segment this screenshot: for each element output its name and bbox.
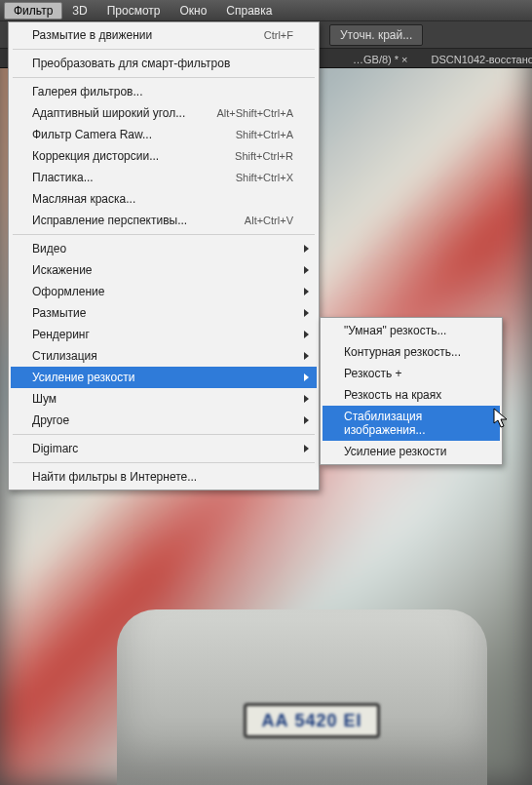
menu-item-label: Адаптивный широкий угол... [32, 106, 185, 120]
submenu-item-label: Усиление резкости [344, 445, 446, 458]
filter-menu-dropdown[interactable]: Размытие в движенииCtrl+FПреобразовать д… [8, 21, 320, 491]
menu-item-label: Фильтр Camera Raw... [32, 128, 152, 141]
menu-item[interactable]: Рендеринг [11, 324, 317, 345]
menu-item-label: Коррекция дисторсии... [32, 149, 159, 163]
menu-item[interactable]: Искажение [11, 259, 317, 281]
menu-item-label: Преобразовать для смарт-фильтров [32, 57, 230, 70]
submenu-item-label: Стабилизация изображения... [344, 410, 476, 437]
submenu-item[interactable]: Резкость + [323, 363, 500, 384]
chevron-right-icon [304, 245, 309, 253]
menu-separator [13, 234, 315, 235]
document-tab[interactable]: DSCN1042-восстановлено… [424, 52, 532, 67]
menu-item-label: Пластика... [32, 171, 94, 184]
menu-item-label: Оформление [32, 285, 104, 298]
menu-item-shortcut: Ctrl+F [264, 29, 293, 41]
menu-item[interactable]: Размытие в движенииCtrl+F [11, 24, 317, 46]
menu-item[interactable]: Оформление [11, 281, 317, 302]
menu-item-label: Другое [32, 413, 69, 427]
chevron-right-icon [304, 352, 309, 360]
menu-separator [13, 462, 315, 463]
car-body [117, 609, 487, 785]
menu-item[interactable]: Масляная краска... [11, 188, 317, 210]
refine-edge-button[interactable]: Уточн. край... [329, 24, 423, 46]
menu-item-shortcut: Shift+Ctrl+A [236, 129, 293, 140]
menu-item-label: Найти фильтры в Интернете... [32, 470, 197, 484]
menu-item[interactable]: Адаптивный широкий угол...Alt+Shift+Ctrl… [11, 102, 317, 124]
submenu-item[interactable]: Усиление резкости [323, 441, 500, 462]
submenu-item[interactable]: Стабилизация изображения... [323, 406, 500, 441]
menu-item-label: Рендеринг [32, 328, 90, 341]
submenu-item[interactable]: Резкость на краях [323, 384, 500, 406]
menu-item-label: Размытие в движении [32, 28, 152, 42]
menubar-item-справка[interactable]: Справка [216, 2, 282, 20]
submenu-item-label: "Умная" резкость... [344, 324, 446, 337]
menu-item-label: Усиление резкости [32, 371, 134, 384]
chevron-right-icon [304, 288, 309, 295]
menu-item[interactable]: Найти фильтры в Интернете... [11, 466, 317, 488]
license-plate: АА 5420 ЕІ [244, 703, 380, 738]
menu-item-shortcut: Shift+Ctrl+X [236, 172, 293, 183]
chevron-right-icon [304, 331, 309, 338]
chevron-right-icon [304, 309, 309, 317]
menu-item[interactable]: Размытие [11, 302, 317, 324]
chevron-right-icon [304, 445, 309, 452]
menu-item[interactable]: Шум [11, 388, 317, 410]
menubar-item-3d[interactable]: 3D [62, 2, 96, 20]
menubar-item-фильтр[interactable]: Фильтр [4, 2, 62, 20]
menu-item-label: Масляная краска... [32, 192, 135, 206]
menu-item-label: Размытие [32, 306, 86, 320]
menu-item-label: Видео [32, 242, 66, 255]
menubar-item-окно[interactable]: Окно [170, 2, 216, 20]
menu-item[interactable]: Видео [11, 238, 317, 259]
submenu-item[interactable]: "Умная" резкость... [323, 320, 500, 341]
menu-item-label: Шум [32, 392, 57, 406]
menu-separator [13, 49, 315, 50]
menu-item[interactable]: Стилизация [11, 345, 317, 367]
menu-item[interactable]: Исправление перспективы...Alt+Ctrl+V [11, 210, 317, 231]
sharpen-submenu[interactable]: "Умная" резкость...Контурная резкость...… [320, 317, 503, 465]
menu-item-label: Digimarc [32, 442, 78, 455]
menu-item[interactable]: Коррекция дисторсии...Shift+Ctrl+R [11, 145, 317, 167]
submenu-item-label: Резкость + [344, 367, 402, 380]
menubar-item-просмотр[interactable]: Просмотр [97, 2, 171, 20]
menu-separator [13, 77, 315, 78]
menu-item[interactable]: Галерея фильтров... [11, 81, 317, 102]
menu-item[interactable]: Пластика...Shift+Ctrl+X [11, 167, 317, 188]
chevron-right-icon [304, 373, 309, 381]
chevron-right-icon [304, 266, 309, 274]
menu-item-label: Исправление перспективы... [32, 214, 187, 227]
menu-bar: Фильтр3DПросмотрОкноСправка [0, 0, 532, 21]
menu-item-shortcut: Shift+Ctrl+R [235, 150, 293, 162]
menu-item[interactable]: Другое [11, 410, 317, 431]
menu-separator [13, 434, 315, 435]
menu-item-shortcut: Alt+Ctrl+V [245, 215, 293, 226]
document-tab[interactable]: …GB/8) * × [345, 52, 416, 67]
menu-item-label: Стилизация [32, 349, 97, 363]
menu-item[interactable]: Преобразовать для смарт-фильтров [11, 53, 317, 74]
menu-item-label: Галерея фильтров... [32, 85, 142, 98]
menu-item-label: Искажение [32, 263, 93, 277]
submenu-item[interactable]: Контурная резкость... [323, 341, 500, 363]
chevron-right-icon [304, 395, 309, 403]
submenu-item-label: Резкость на краях [344, 388, 441, 402]
submenu-item-label: Контурная резкость... [344, 345, 461, 359]
menu-item[interactable]: Фильтр Camera Raw...Shift+Ctrl+A [11, 124, 317, 145]
menu-item[interactable]: Усиление резкости [11, 367, 317, 388]
menu-item-shortcut: Alt+Shift+Ctrl+A [216, 107, 293, 119]
chevron-right-icon [304, 416, 309, 424]
menu-item[interactable]: Digimarc [11, 438, 317, 459]
